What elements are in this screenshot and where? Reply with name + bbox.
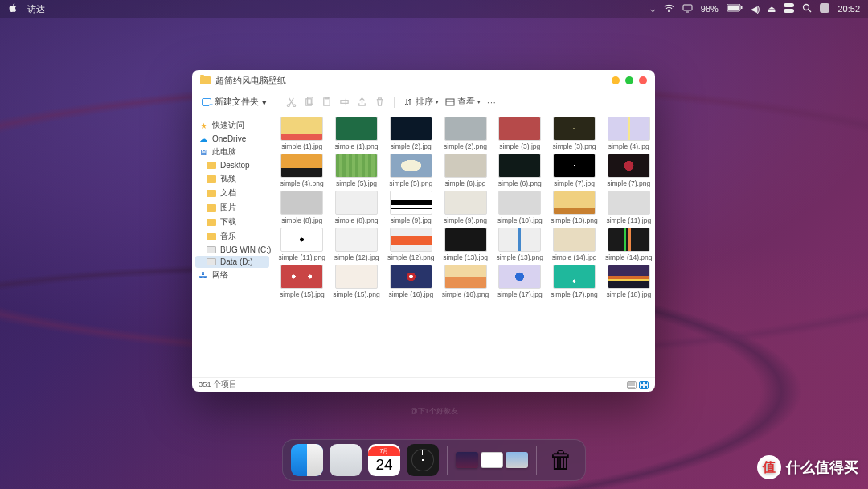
file-item[interactable]: simple (17).jpg — [495, 265, 545, 298]
dock-trash[interactable]: 🗑 — [545, 444, 577, 476]
file-item[interactable]: simple (3).png — [550, 117, 600, 150]
bluetooth-icon[interactable]: ⌵ — [650, 4, 656, 14]
file-item[interactable]: simple (10).png — [550, 191, 600, 224]
file-item[interactable]: simple (12).jpg — [332, 228, 382, 261]
svg-rect-20 — [645, 386, 647, 388]
file-item[interactable]: simple (13).png — [495, 228, 545, 261]
siri-icon[interactable] — [820, 3, 829, 14]
file-item[interactable]: simple (2).jpg — [386, 117, 436, 150]
dock-launchpad[interactable] — [330, 444, 362, 476]
icons-view-button[interactable] — [639, 381, 649, 389]
file-item[interactable]: simple (10).jpg — [495, 191, 545, 224]
eject-icon[interactable]: ⏏ — [768, 4, 776, 14]
file-item[interactable]: simple (7).png — [604, 154, 653, 187]
sidebar-item[interactable]: 视频 — [195, 171, 269, 186]
file-name: simple (12).jpg — [334, 253, 379, 261]
minimize-button[interactable] — [612, 76, 620, 84]
file-item[interactable]: simple (6).png — [495, 154, 545, 187]
file-item[interactable]: simple (8).jpg — [277, 191, 327, 224]
file-thumbnail — [280, 228, 323, 252]
sidebar-item[interactable]: 音乐 — [195, 229, 269, 244]
sidebar-item[interactable]: Desktop — [195, 159, 269, 171]
file-thumbnail — [608, 191, 650, 215]
details-view-button[interactable] — [627, 381, 637, 389]
file-item[interactable]: simple (11).jpg — [604, 191, 653, 224]
share-icon[interactable] — [356, 97, 367, 108]
sidebar-this-pc[interactable]: 🖥此电脑 — [195, 145, 269, 159]
file-item[interactable]: simple (8).png — [332, 191, 382, 224]
dock-minimized-windows[interactable] — [456, 452, 528, 468]
file-item[interactable]: simple (11).png — [277, 228, 327, 261]
file-thumbnail — [335, 117, 378, 141]
sidebar-network[interactable]: 🖧网络 — [195, 268, 269, 282]
cloud-icon: ☁ — [199, 135, 208, 143]
sidebar-item[interactable]: 下载 — [195, 215, 269, 229]
new-folder-icon — [202, 98, 211, 106]
svg-point-10 — [293, 105, 295, 107]
file-item[interactable]: simple (2).png — [440, 117, 490, 150]
file-item[interactable]: simple (5).png — [386, 154, 436, 187]
wifi-icon[interactable] — [664, 4, 674, 14]
sidebar-item[interactable]: 文档 — [195, 186, 269, 200]
control-center-icon[interactable] — [784, 3, 794, 14]
close-button[interactable] — [639, 76, 647, 84]
sort-button[interactable]: 排序▾ — [403, 97, 439, 108]
file-item[interactable]: simple (1).jpg — [277, 117, 327, 150]
file-item[interactable]: simple (18).jpg — [604, 265, 653, 298]
dock-finder[interactable] — [291, 444, 323, 476]
file-item[interactable]: simple (9).jpg — [386, 191, 436, 224]
paste-icon[interactable] — [321, 97, 332, 108]
file-item[interactable]: simple (1).png — [332, 117, 382, 150]
file-name: simple (11).png — [278, 253, 326, 261]
apple-logo-icon[interactable] — [8, 3, 18, 14]
file-name: simple (8).jpg — [281, 216, 322, 224]
file-item[interactable]: simple (3).jpg — [495, 117, 545, 150]
volume-icon[interactable]: ◀︎) — [751, 4, 760, 14]
file-thumbnail — [444, 191, 487, 215]
file-item[interactable]: simple (13).jpg — [440, 228, 490, 261]
file-thumbnail — [498, 265, 541, 289]
cut-icon[interactable] — [285, 97, 297, 108]
menubar-clock[interactable]: 20:52 — [837, 4, 860, 14]
svg-rect-17 — [641, 382, 643, 384]
copy-icon[interactable] — [303, 97, 314, 108]
file-item[interactable]: simple (15).png — [332, 265, 382, 298]
display-icon[interactable] — [682, 4, 693, 14]
file-thumbnail — [280, 191, 323, 215]
file-item[interactable]: simple (12).png — [386, 228, 436, 261]
svg-point-7 — [804, 5, 809, 10]
view-button[interactable]: 查看▾ — [445, 97, 481, 108]
file-item[interactable]: simple (4).png — [277, 154, 327, 187]
sidebar-item[interactable]: 图片 — [195, 200, 269, 215]
menubar-app-name[interactable]: 访达 — [27, 3, 45, 15]
more-icon[interactable]: ··· — [487, 97, 497, 107]
sidebar-quick-access[interactable]: ★快速访问 — [195, 118, 269, 133]
svg-rect-18 — [645, 382, 647, 384]
file-item[interactable]: simple (7).jpg — [550, 154, 600, 187]
file-item[interactable]: simple (15).jpg — [277, 265, 327, 298]
file-item[interactable]: simple (16).jpg — [386, 265, 436, 298]
sidebar-item[interactable]: Data (D:) — [195, 256, 269, 268]
file-name: simple (6).jpg — [444, 179, 485, 187]
maximize-button[interactable] — [625, 76, 633, 84]
search-icon[interactable] — [802, 3, 812, 14]
file-item[interactable]: simple (4).jpg — [604, 117, 653, 150]
sidebar-onedrive[interactable]: ☁OneDrive — [195, 133, 269, 145]
file-name: simple (3).jpg — [499, 142, 540, 150]
sidebar-item[interactable]: BUG WIN (C:) — [195, 244, 269, 256]
file-item[interactable]: simple (14).jpg — [550, 228, 600, 261]
file-item[interactable]: simple (5).jpg — [332, 154, 382, 187]
file-item[interactable]: simple (14).png — [604, 228, 653, 261]
file-item[interactable]: simple (16).png — [440, 265, 490, 298]
file-item[interactable]: simple (6).jpg — [440, 154, 490, 187]
new-folder-button[interactable]: 新建文件夹 ▾ — [202, 97, 267, 108]
file-item[interactable]: simple (9).png — [440, 191, 490, 224]
file-item[interactable]: simple (17).png — [550, 265, 600, 298]
battery-icon[interactable] — [727, 4, 743, 14]
rename-icon[interactable] — [338, 97, 350, 108]
delete-icon[interactable] — [374, 97, 385, 108]
titlebar[interactable]: 超简约风电脑壁纸 — [192, 70, 655, 91]
file-name: simple (7).png — [607, 179, 650, 187]
dock-calendar[interactable]: 7月 24 — [368, 444, 400, 476]
dock-clock[interactable] — [407, 444, 439, 476]
